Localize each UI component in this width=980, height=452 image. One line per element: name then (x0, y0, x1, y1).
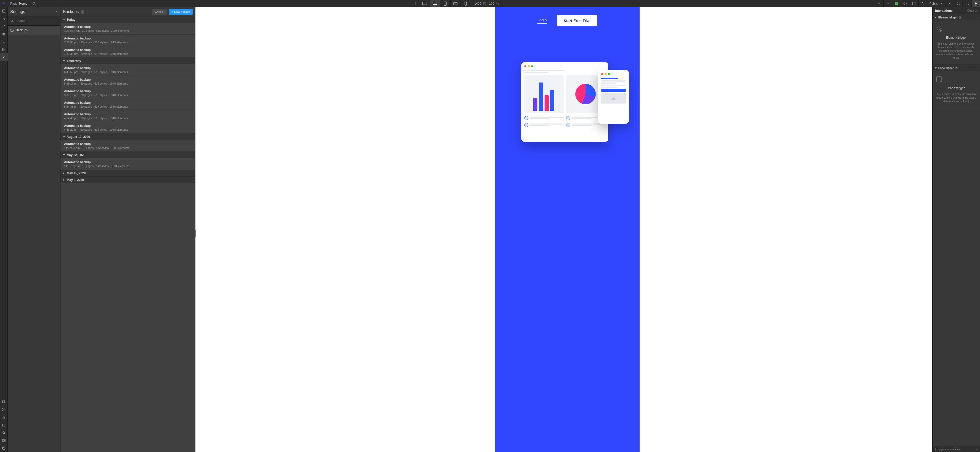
backup-item[interactable]: Automatic backup11:55:09 am · 18 pages ·… (60, 158, 195, 170)
cms-icon[interactable] (0, 30, 8, 38)
settings-search[interactable] (8, 16, 60, 25)
search-rail-icon[interactable] (0, 429, 8, 437)
group-label: Today (67, 18, 75, 22)
ecommerce-icon[interactable] (0, 38, 8, 46)
help-icon[interactable]: ? (958, 16, 962, 19)
group-label: August 10, 2020 (67, 135, 90, 138)
svg-rect-31 (4, 417, 5, 419)
preview-icon[interactable] (30, 2, 39, 5)
pages-icon[interactable] (0, 22, 8, 30)
svg-point-39 (11, 20, 13, 22)
cleanup-button[interactable]: Clean up (967, 9, 977, 12)
element-trigger-label: Element trigger (938, 16, 958, 19)
add-trigger-icon[interactable]: + (976, 16, 978, 19)
page-trigger-header[interactable]: Page trigger? + (932, 65, 980, 71)
device-switcher (420, 0, 471, 7)
close-icon[interactable]: × (55, 10, 57, 14)
backup-title: Automatic backup (64, 78, 192, 81)
caret-down-icon (63, 60, 65, 62)
svg-point-2 (415, 3, 415, 3)
device-mobile-icon[interactable] (461, 0, 471, 7)
settings-rail-icon[interactable] (0, 53, 8, 61)
tool-4-icon[interactable] (0, 421, 8, 429)
backup-group-header[interactable]: May 22, 2020 (60, 152, 195, 158)
canvas-zoom: 100 (489, 2, 494, 5)
interactions-title: Interactions (935, 9, 967, 13)
svg-line-35 (4, 433, 5, 434)
backup-item[interactable]: Automatic backup4:43:20 pm · 20 pages · … (60, 122, 195, 134)
device-desktop-large-icon[interactable] (420, 0, 430, 7)
backup-item[interactable]: Automatic backup6:45:53 pm · 20 pages · … (60, 64, 195, 76)
backup-item[interactable]: Automatic backup7:31:38 pm · 20 pages · … (60, 46, 195, 58)
backup-item[interactable]: Automatic backup5:24:35 pm · 20 pages · … (60, 99, 195, 110)
backup-group-header[interactable]: May 8, 2020 (60, 177, 195, 183)
svg-rect-30 (3, 416, 4, 419)
tool-2-icon[interactable] (0, 406, 8, 414)
svg-rect-6 (433, 2, 437, 5)
backup-meta: 10:08:52 pm · 20 pages · 516 styles · 20… (64, 29, 192, 32)
help-icon[interactable] (0, 444, 8, 452)
device-desktop-icon[interactable] (430, 0, 440, 7)
canvas[interactable]: Login Start Free Trial (196, 7, 932, 452)
login-link[interactable]: Login (538, 18, 547, 24)
tool-1-icon[interactable] (0, 398, 8, 406)
tool-3-icon[interactable] (0, 414, 8, 421)
navigator-icon[interactable] (0, 15, 8, 22)
element-trigger-heading: Element trigger (935, 36, 977, 40)
backup-item[interactable]: Automatic backup10:08:52 pm · 20 pages ·… (60, 23, 195, 35)
cta-button[interactable]: Start Free Trial (557, 15, 597, 26)
undo-icon[interactable] (875, 0, 883, 7)
element-trigger-header[interactable]: Element trigger? + (932, 14, 980, 21)
group-label: May 8, 2020 (67, 178, 84, 181)
backup-meta: 4:43:20 pm · 20 pages · 514 styles · 194… (64, 128, 192, 131)
status-ok-icon[interactable] (892, 0, 901, 7)
export-icon[interactable] (910, 0, 918, 7)
page-trigger-label: Page trigger (938, 66, 954, 70)
bar-chart (524, 75, 563, 113)
redo-icon[interactable] (883, 0, 892, 7)
device-tablet-icon[interactable] (440, 0, 450, 7)
resize-handle[interactable] (196, 229, 196, 237)
backups-list[interactable]: TodayAutomatic backup10:08:52 pm · 20 pa… (60, 16, 195, 452)
backup-item[interactable]: Automatic backup5:38:17 pm · 20 pages · … (60, 76, 195, 88)
publish-label: Publish (929, 2, 940, 5)
backup-group-header[interactable]: Yesterday (60, 58, 195, 64)
interactions-icon[interactable] (971, 0, 980, 7)
backup-title: Automatic backup (64, 142, 192, 146)
avatar-icon (566, 116, 570, 120)
help-badge-icon[interactable]: ? (81, 10, 84, 14)
help-icon[interactable]: ? (955, 66, 958, 70)
add-trigger-icon[interactable]: + (976, 66, 978, 70)
code-icon[interactable] (901, 0, 910, 7)
search-input[interactable] (16, 19, 57, 23)
device-mobile-landscape-icon[interactable] (450, 0, 461, 7)
backup-group-header[interactable]: May 15, 2020 (60, 170, 195, 177)
backup-item[interactable]: Automatic backup7:33:50 pm · 20 pages · … (60, 35, 195, 46)
menu-dots-icon[interactable] (411, 0, 420, 7)
gear-icon[interactable] (954, 0, 963, 7)
backup-item[interactable]: Automatic backup4:52:40 pm · 20 pages · … (60, 110, 195, 122)
settings-item-backups[interactable]: Backups › (8, 25, 60, 35)
caret-icon (935, 17, 937, 18)
page-selector[interactable]: Page: Home (8, 2, 30, 5)
publish-button[interactable]: Publish (927, 2, 945, 5)
add-element-icon[interactable] (0, 7, 8, 15)
cancel-button[interactable]: Cancel (152, 9, 167, 15)
backup-item[interactable]: Automatic backup5:37:15 pm · 20 pages · … (60, 88, 195, 99)
assets-icon[interactable] (0, 46, 8, 53)
backup-group-header[interactable]: Today (60, 16, 195, 23)
backup-group-header[interactable]: August 10, 2020 (60, 134, 195, 140)
backup-item[interactable]: Automatic backup11:27:23 pm · 19 pages ·… (60, 140, 195, 152)
legacy-interactions[interactable]: Legacy Interactions (932, 446, 980, 452)
brush-icon[interactable] (945, 0, 954, 7)
canvas-dimensions[interactable]: 1409 PX 100 % (471, 2, 502, 5)
webflow-logo-icon[interactable] (0, 2, 8, 6)
new-backup-button[interactable]: + New Backup (169, 9, 192, 14)
page-check-icon (935, 76, 977, 84)
svg-point-3 (415, 4, 415, 5)
effects-icon[interactable] (963, 0, 971, 7)
svg-rect-4 (423, 2, 427, 5)
video-icon[interactable] (0, 437, 8, 444)
audit-icon[interactable] (918, 0, 927, 7)
backups-title: Backups (63, 10, 79, 14)
